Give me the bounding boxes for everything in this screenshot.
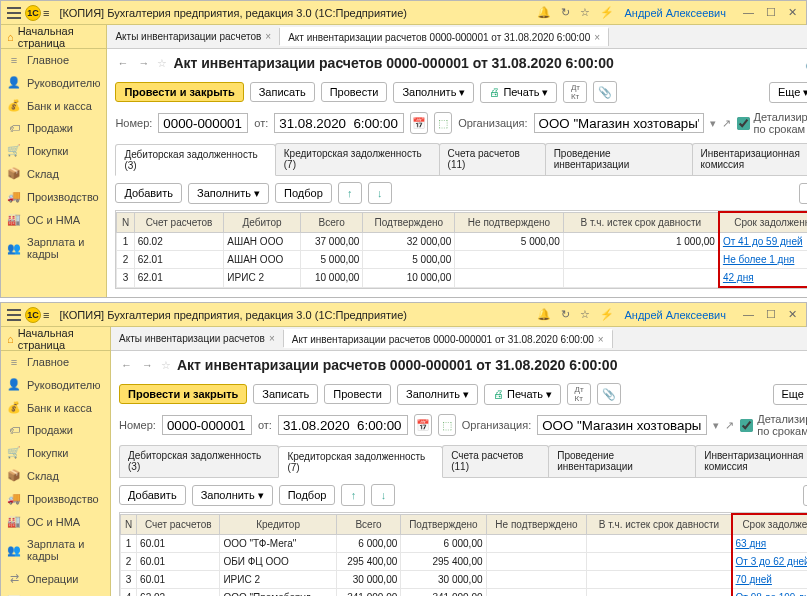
col-confirmed[interactable]: Подтверждено bbox=[363, 212, 455, 233]
user-label[interactable]: Андрей Алексеевич bbox=[624, 309, 726, 321]
move-down-icon[interactable]: ↓ bbox=[371, 484, 395, 506]
term-link[interactable]: 70 дней bbox=[736, 574, 772, 585]
org-input[interactable] bbox=[537, 415, 707, 435]
col-total[interactable]: Всего bbox=[300, 212, 363, 233]
tab-document[interactable]: Акт инвентаризации расчетов 0000-000001 … bbox=[280, 27, 609, 46]
dt-kt-icon[interactable]: ДтКт bbox=[567, 383, 591, 405]
col-nconfirmed[interactable]: Не подтверждено bbox=[455, 212, 564, 233]
start-page-tab[interactable]: ⌂ Начальная страница bbox=[1, 327, 110, 351]
tab-credit[interactable]: Кредиторская задолженность (7) bbox=[275, 143, 440, 175]
tab-close-icon[interactable]: × bbox=[269, 333, 275, 344]
org-chart-icon[interactable]: ⬚ bbox=[434, 112, 452, 134]
fill-rows-button[interactable]: Заполнить ▾ bbox=[192, 485, 273, 506]
detail-checkbox[interactable]: Детализировать по срокам bbox=[740, 413, 807, 437]
user-label[interactable]: Андрей Алексеевич bbox=[624, 7, 726, 19]
table-row[interactable]: 360.01ИРИС 230 000,0030 000,0070 дней bbox=[121, 571, 808, 589]
sidebar-item-production[interactable]: 🚚Производство bbox=[1, 185, 106, 208]
term-link[interactable]: 42 дня bbox=[723, 272, 754, 283]
forward-icon[interactable]: → bbox=[140, 359, 155, 371]
back-icon[interactable]: ← bbox=[115, 57, 130, 69]
maximize-icon[interactable]: ☐ bbox=[763, 308, 779, 321]
print-button[interactable]: 🖨 Печать ▾ bbox=[484, 384, 561, 405]
star-icon[interactable]: ☆ bbox=[580, 6, 590, 19]
col-acc[interactable]: Счет расчетов bbox=[134, 212, 224, 233]
table-row[interactable]: 160.02АШАН ООО37 000,0032 000,005 000,00… bbox=[117, 233, 807, 251]
org-input[interactable] bbox=[534, 113, 704, 133]
col-total[interactable]: Всего bbox=[336, 514, 400, 535]
save-button[interactable]: Записать bbox=[250, 82, 315, 102]
sidebar-item-sales[interactable]: 🏷Продажи bbox=[1, 419, 110, 441]
bell-icon[interactable]: 🔔 bbox=[537, 6, 551, 19]
col-creditor[interactable]: Кредитор bbox=[220, 514, 336, 535]
sidebar-item-stock[interactable]: 📦Склад bbox=[1, 464, 110, 487]
add-button[interactable]: Добавить bbox=[119, 485, 186, 505]
table-row[interactable]: 260.01ОБИ ФЦ ООО295 400,00295 400,00От 3… bbox=[121, 553, 808, 571]
sidebar-item-main[interactable]: ≡Главное bbox=[1, 351, 110, 373]
bell-icon[interactable]: 🔔 bbox=[537, 308, 551, 321]
col-term[interactable]: Срок задолженности bbox=[719, 212, 807, 233]
sidebar-item-purchases[interactable]: 🛒Покупки bbox=[1, 441, 110, 464]
tab-debit[interactable]: Дебиторская задолженность (3) bbox=[115, 144, 275, 176]
sidebar-item-production[interactable]: 🚚Производство bbox=[1, 487, 110, 510]
col-acc[interactable]: Счет расчетов bbox=[137, 514, 220, 535]
tab-accounts[interactable]: Счета расчетов (11) bbox=[442, 445, 549, 477]
date-input[interactable] bbox=[278, 415, 408, 435]
move-down-icon[interactable]: ↓ bbox=[368, 182, 392, 204]
move-up-icon[interactable]: ↑ bbox=[341, 484, 365, 506]
sidebar-item-salary[interactable]: 👥Зарплата и кадры bbox=[1, 533, 110, 567]
sidebar-item-manager[interactable]: 👤Руководителю bbox=[1, 373, 110, 396]
attach-icon[interactable]: 📎 bbox=[593, 81, 617, 103]
tab-credit[interactable]: Кредиторская задолженность (7) bbox=[278, 446, 443, 478]
date-input[interactable] bbox=[274, 113, 404, 133]
tab-commission[interactable]: Инвентаризационная комиссия bbox=[695, 445, 807, 477]
add-button[interactable]: Добавить bbox=[115, 183, 182, 203]
calendar-icon[interactable]: 📅 bbox=[410, 112, 428, 134]
detail-checkbox[interactable]: Детализировать по срокам bbox=[737, 111, 807, 135]
post-button[interactable]: Провести bbox=[324, 384, 391, 404]
tab-inventory[interactable]: Проведение инвентаризации bbox=[545, 143, 693, 175]
favorite-icon[interactable]: ☆ bbox=[161, 359, 171, 372]
close-icon[interactable]: ✕ bbox=[785, 6, 800, 19]
maximize-icon[interactable]: ☐ bbox=[763, 6, 779, 19]
back-icon[interactable]: ← bbox=[119, 359, 134, 371]
col-expired[interactable]: В т.ч. истек срок давности bbox=[587, 514, 732, 535]
more-rows-button[interactable]: Еще ▾ bbox=[799, 183, 807, 204]
tab-list[interactable]: Акты инвентаризации расчетов× bbox=[107, 28, 280, 45]
move-up-icon[interactable]: ↑ bbox=[338, 182, 362, 204]
favorite-icon[interactable]: ☆ bbox=[157, 57, 167, 70]
number-input[interactable] bbox=[162, 415, 252, 435]
more-button[interactable]: Еще ▾ bbox=[769, 82, 807, 103]
forward-icon[interactable]: → bbox=[136, 57, 151, 69]
settings-icon[interactable]: ⚡ bbox=[600, 6, 614, 19]
tab-list[interactable]: Акты инвентаризации расчетов× bbox=[111, 330, 284, 347]
table-row[interactable]: 462.02ООО "Промоборуд...341 000,00341 00… bbox=[121, 589, 808, 597]
fill-rows-button[interactable]: Заполнить ▾ bbox=[188, 183, 269, 204]
sidebar-item-bank[interactable]: 💰Банк и касса bbox=[1, 396, 110, 419]
sidebar-item-main[interactable]: ≡Главное bbox=[1, 49, 106, 71]
tab-close-icon[interactable]: × bbox=[265, 31, 271, 42]
print-button[interactable]: 🖨 Печать ▾ bbox=[480, 82, 557, 103]
pick-button[interactable]: Подбор bbox=[279, 485, 336, 505]
term-link[interactable]: Не более 1 дня bbox=[723, 254, 794, 265]
number-input[interactable] bbox=[158, 113, 248, 133]
sidebar-item-os[interactable]: 🏭ОС и НМА bbox=[1, 208, 106, 231]
sidebar-item-sales[interactable]: 🏷Продажи bbox=[1, 117, 106, 139]
calendar-icon[interactable]: 📅 bbox=[414, 414, 432, 436]
tab-document[interactable]: Акт инвентаризации расчетов 0000-000001 … bbox=[284, 329, 613, 348]
open-icon[interactable]: ↗ bbox=[722, 117, 731, 130]
col-n[interactable]: N bbox=[117, 212, 134, 233]
close-icon[interactable]: ✕ bbox=[785, 308, 800, 321]
tab-commission[interactable]: Инвентаризационная комиссия bbox=[692, 143, 807, 175]
fill-button[interactable]: Заполнить ▾ bbox=[393, 82, 474, 103]
tab-close-icon[interactable]: × bbox=[594, 32, 600, 43]
table-row[interactable]: 262.01АШАН ООО5 000,005 000,00Не более 1… bbox=[117, 251, 807, 269]
term-link[interactable]: От 41 до 59 дней bbox=[723, 236, 803, 247]
more-button[interactable]: Еще ▾ bbox=[773, 384, 807, 405]
tab-inventory[interactable]: Проведение инвентаризации bbox=[548, 445, 696, 477]
dropdown-icon[interactable]: ▾ bbox=[710, 117, 716, 130]
post-close-button[interactable]: Провести и закрыть bbox=[119, 384, 247, 404]
col-term[interactable]: Срок задолженности bbox=[732, 514, 807, 535]
sidebar-item-ops[interactable]: ⇄Операции bbox=[1, 567, 110, 590]
term-link[interactable]: От 98 до 199 дней bbox=[736, 592, 807, 596]
post-close-button[interactable]: Провести и закрыть bbox=[115, 82, 243, 102]
